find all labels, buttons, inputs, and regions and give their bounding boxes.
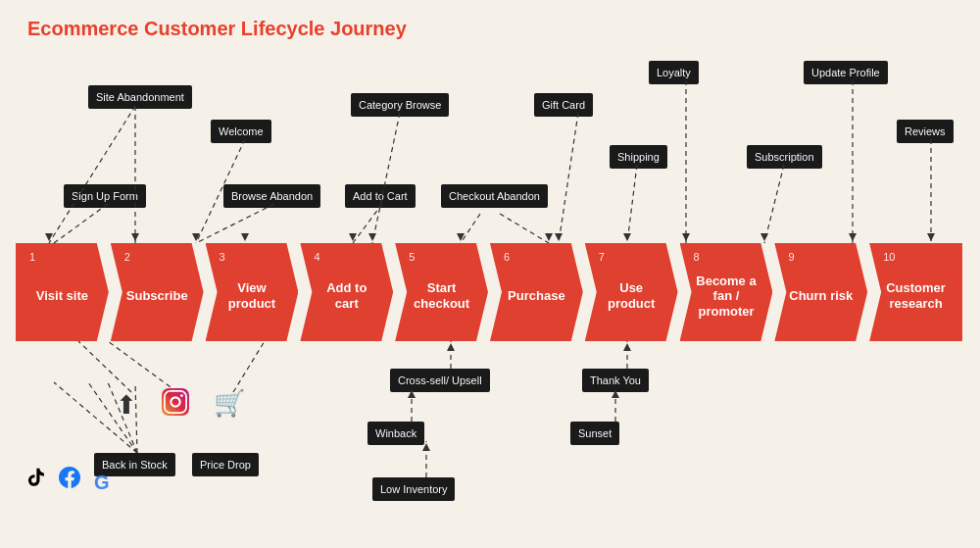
- svg-line-12: [627, 165, 637, 243]
- step-num-8: 8: [694, 251, 700, 263]
- tiktok-icon: [25, 467, 47, 494]
- svg-marker-39: [849, 233, 857, 241]
- above-label-box-3: Gift Card: [534, 93, 593, 117]
- svg-marker-31: [349, 233, 357, 241]
- svg-marker-40: [927, 233, 935, 241]
- svg-marker-29: [192, 233, 200, 241]
- step-num-4: 4: [314, 251, 319, 263]
- above-label-box-1: Welcome: [211, 120, 271, 143]
- above-label-box-8: Add to Cart: [345, 184, 416, 208]
- svg-marker-30: [241, 233, 249, 241]
- above-label-box-5: Update Profile: [804, 61, 888, 84]
- svg-marker-35: [555, 233, 563, 241]
- svg-marker-34: [545, 233, 553, 241]
- above-label-box-7: Browse Abandon: [223, 184, 320, 208]
- svg-line-13: [764, 165, 784, 243]
- below-label-box-0: Cross-sell/ Upsell: [390, 369, 490, 392]
- step-label-2: Subscribe: [126, 288, 188, 304]
- journey-step-6: 6Purchase: [490, 243, 583, 341]
- journey-step-3: 3View product: [206, 243, 299, 341]
- svg-line-4: [559, 113, 578, 243]
- journey-step-5: 5Start checkout: [395, 243, 488, 341]
- journey-bar: 1Visit site2Subscribe3View product4Add t…: [16, 243, 964, 341]
- journey-step-4: 4Add to cart: [300, 243, 393, 341]
- upload-icon: ⬆: [116, 390, 137, 421]
- step-num-5: 5: [409, 251, 415, 263]
- above-label-box-4: Loyalty: [649, 61, 699, 84]
- step-num-7: 7: [599, 251, 605, 263]
- svg-point-48: [180, 394, 183, 397]
- below-label-box-1: Thank You: [582, 369, 649, 392]
- step-num-9: 9: [788, 251, 794, 263]
- svg-marker-27: [45, 233, 53, 241]
- journey-step-7: 7Use product: [585, 243, 678, 341]
- svg-marker-42: [623, 343, 631, 351]
- step-num-10: 10: [883, 251, 895, 263]
- journey-step-10: 10Customer research: [869, 243, 962, 341]
- step-num-1: 1: [29, 251, 35, 263]
- svg-marker-38: [760, 233, 768, 241]
- below-label-box-6: Price Drop: [192, 453, 259, 476]
- above-label-box-12: Reviews: [897, 120, 954, 143]
- above-label-box-10: Shipping: [610, 145, 667, 169]
- svg-line-11: [500, 214, 549, 243]
- svg-marker-28: [131, 233, 139, 241]
- journey-step-9: 9Churn risk: [774, 243, 867, 341]
- shopping-cart-icon: 🛒: [214, 388, 245, 419]
- step-label-6: Purchase: [508, 288, 565, 304]
- svg-marker-41: [447, 343, 455, 351]
- above-label-box-0: Site Abandonment: [88, 85, 192, 109]
- below-label-box-4: Low Inventory: [372, 477, 455, 501]
- svg-marker-32: [368, 233, 376, 241]
- step-label-4: Add to cart: [314, 280, 379, 311]
- step-label-10: Customer research: [883, 280, 949, 311]
- svg-line-8: [196, 204, 274, 243]
- svg-line-9: [353, 204, 382, 243]
- svg-marker-37: [682, 233, 690, 241]
- above-label-box-9: Checkout Abandon: [441, 184, 548, 208]
- step-label-1: Visit site: [36, 288, 88, 304]
- svg-line-7: [54, 204, 108, 243]
- journey-step-1: 1Visit site: [16, 243, 109, 341]
- below-label-box-2: Winback: [368, 422, 424, 445]
- step-num-3: 3: [220, 251, 225, 263]
- step-num-6: 6: [504, 251, 510, 263]
- step-num-2: 2: [124, 251, 130, 263]
- journey-step-8: 8Become a fan / promoter: [680, 243, 773, 341]
- step-label-5: Start checkout: [409, 280, 474, 311]
- above-label-box-6: Sign Up Form: [64, 184, 146, 208]
- google-icon: G: [94, 472, 110, 494]
- svg-line-3: [372, 113, 400, 243]
- facebook-icon: [59, 467, 80, 494]
- below-label-box-3: Sunset: [570, 422, 619, 445]
- svg-line-21: [108, 341, 177, 392]
- journey-step-2: 2Subscribe: [111, 243, 204, 341]
- above-label-box-11: Subscription: [747, 145, 822, 169]
- page-title: Ecommerce Customer Lifecycle Journey: [27, 18, 407, 40]
- step-label-3: View product: [220, 280, 285, 311]
- instagram-icon: [162, 388, 189, 420]
- step-label-7: Use product: [599, 280, 664, 311]
- svg-line-22: [233, 341, 265, 392]
- svg-marker-36: [623, 233, 631, 241]
- step-label-8: Become a fan / promoter: [694, 274, 760, 320]
- svg-line-20: [78, 341, 131, 392]
- above-label-box-2: Category Browse: [351, 93, 449, 117]
- step-label-9: Churn risk: [789, 288, 853, 304]
- svg-line-10: [461, 214, 480, 243]
- svg-marker-33: [457, 233, 465, 241]
- svg-line-0: [49, 106, 135, 243]
